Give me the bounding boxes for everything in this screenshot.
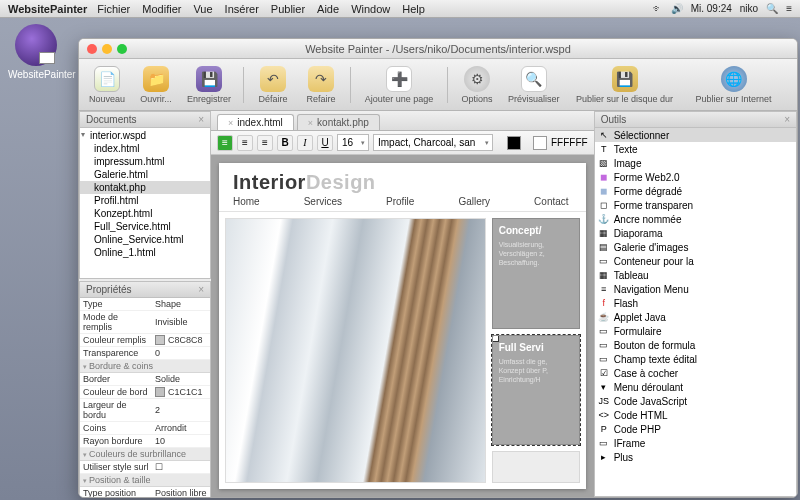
save-button[interactable]: 💾Enregistrer xyxy=(183,64,235,106)
tool-item[interactable]: ▧Image xyxy=(595,156,796,170)
site-logo[interactable]: InteriorDesign xyxy=(219,163,586,196)
menu-vue[interactable]: Vue xyxy=(193,3,212,15)
close-icon[interactable]: × xyxy=(784,114,790,125)
tool-item[interactable]: ↖Sélectionner xyxy=(595,128,796,142)
file-item[interactable]: Online_1.html xyxy=(80,246,210,259)
page-preview[interactable]: InteriorDesign Home Services Profile Gal… xyxy=(219,163,586,489)
file-item[interactable]: Online_Service.html xyxy=(80,233,210,246)
menu-window[interactable]: Window xyxy=(351,3,390,15)
close-icon[interactable]: × xyxy=(198,284,204,295)
nav-contact[interactable]: Contact xyxy=(534,196,568,207)
property-row[interactable]: Couleur remplisC8C8C8 xyxy=(80,334,210,347)
underline-button[interactable]: U xyxy=(317,135,333,151)
tool-item[interactable]: ◻Forme transparen xyxy=(595,198,796,212)
property-row[interactable]: Couleur de bordC1C1C1 xyxy=(80,386,210,399)
tab-kontakt[interactable]: ×kontakt.php xyxy=(297,114,380,130)
property-category[interactable]: Bordure & coins xyxy=(80,360,210,373)
close-button[interactable] xyxy=(87,44,97,54)
menu-fichier[interactable]: Fichier xyxy=(97,3,130,15)
page-canvas[interactable]: InteriorDesign Home Services Profile Gal… xyxy=(211,155,594,497)
nav-profile[interactable]: Profile xyxy=(386,196,414,207)
tool-item[interactable]: ⚓Ancre nommée xyxy=(595,212,796,226)
publish-disk-button[interactable]: 💾Publier sur le disque dur xyxy=(570,64,680,106)
site-nav[interactable]: Home Services Profile Gallery Contact xyxy=(219,196,586,212)
notification-icon[interactable]: ≡ xyxy=(786,3,792,14)
tool-item[interactable]: TTexte xyxy=(595,142,796,156)
menu-aide[interactable]: Aide xyxy=(317,3,339,15)
tool-item[interactable]: ▭Champ texte édital xyxy=(595,352,796,366)
close-tab-icon[interactable]: × xyxy=(308,118,313,128)
speaker-icon[interactable]: 🔊 xyxy=(671,3,683,14)
redo-button[interactable]: ↷Refaire xyxy=(300,64,342,106)
clock[interactable]: Mi. 09:24 xyxy=(691,3,732,14)
close-tab-icon[interactable]: × xyxy=(228,118,233,128)
tool-item[interactable]: ▭Bouton de formula xyxy=(595,338,796,352)
preview-button[interactable]: 🔍Prévisualiser xyxy=(504,64,564,106)
sidebar-card-concept[interactable]: Concept/Visualisierung, Verschlägen z, B… xyxy=(492,218,580,329)
property-category[interactable]: Position & taille xyxy=(80,474,210,487)
property-row[interactable]: TypeShape xyxy=(80,298,210,311)
tool-item[interactable]: ☑Case à cocher xyxy=(595,366,796,380)
property-category[interactable]: Couleurs de surbrillance xyxy=(80,448,210,461)
menu-help[interactable]: Help xyxy=(402,3,425,15)
menu-inserer[interactable]: Insérer xyxy=(225,3,259,15)
property-row[interactable]: Rayon bordure10 xyxy=(80,435,210,448)
hero-image[interactable] xyxy=(225,218,486,483)
project-root[interactable]: interior.wspd xyxy=(80,128,210,142)
text-color-swatch[interactable] xyxy=(507,136,521,150)
menu-modifier[interactable]: Modifier xyxy=(142,3,181,15)
file-item[interactable]: Profil.html xyxy=(80,194,210,207)
tool-item[interactable]: ▭IFrame xyxy=(595,436,796,450)
font-size-select[interactable]: 16 xyxy=(337,134,369,151)
property-row[interactable]: Utiliser style surl☐ xyxy=(80,461,210,474)
property-row[interactable]: Mode de remplisInvisible xyxy=(80,311,210,334)
add-page-button[interactable]: ➕Ajouter une page xyxy=(359,64,439,106)
file-item[interactable]: impressum.html xyxy=(80,155,210,168)
tool-item[interactable]: ▦Diaporama xyxy=(595,226,796,240)
file-item[interactable]: index.html xyxy=(80,142,210,155)
tool-item[interactable]: fFlash xyxy=(595,296,796,310)
new-button[interactable]: 📄Nouveau xyxy=(85,64,129,106)
align-center-button[interactable]: ≡ xyxy=(237,135,253,151)
nav-services[interactable]: Services xyxy=(304,196,342,207)
file-item[interactable]: Full_Service.html xyxy=(80,220,210,233)
spotlight-icon[interactable]: 🔍 xyxy=(766,3,778,14)
options-button[interactable]: ⚙Options xyxy=(456,64,498,106)
tool-item[interactable]: ☕Applet Java xyxy=(595,310,796,324)
menu-publier[interactable]: Publier xyxy=(271,3,305,15)
nav-home[interactable]: Home xyxy=(233,196,260,207)
file-item[interactable]: kontakt.php xyxy=(80,181,210,194)
tool-item[interactable]: <>Code HTML xyxy=(595,408,796,422)
tool-item[interactable]: ◼Forme Web2.0 xyxy=(595,170,796,184)
property-row[interactable]: Largeur de bordu2 xyxy=(80,399,210,422)
tool-item[interactable]: ▭Formulaire xyxy=(595,324,796,338)
file-item[interactable]: Galerie.html xyxy=(80,168,210,181)
tool-item[interactable]: PCode PHP xyxy=(595,422,796,436)
zoom-button[interactable] xyxy=(117,44,127,54)
close-icon[interactable]: × xyxy=(198,114,204,125)
property-row[interactable]: BorderSolide xyxy=(80,373,210,386)
user-menu[interactable]: niko xyxy=(740,3,758,14)
tab-index[interactable]: ×index.html xyxy=(217,114,294,130)
publish-web-button[interactable]: 🌐Publier sur Internet xyxy=(686,64,782,106)
properties-list[interactable]: TypeShapeMode de remplisInvisibleCouleur… xyxy=(80,298,210,497)
align-left-button[interactable]: ≡ xyxy=(217,135,233,151)
tool-item[interactable]: ▤Galerie d'images xyxy=(595,240,796,254)
tool-item[interactable]: ≡Navigation Menu xyxy=(595,282,796,296)
tool-item[interactable]: ◼Forme dégradé xyxy=(595,184,796,198)
tool-item[interactable]: ▦Tableau xyxy=(595,268,796,282)
font-family-select[interactable]: Impact, Charcoal, san xyxy=(373,134,493,151)
open-button[interactable]: 📁Ouvrir... xyxy=(135,64,177,106)
tool-item[interactable]: ▾Menu déroulant xyxy=(595,380,796,394)
italic-button[interactable]: I xyxy=(297,135,313,151)
property-row[interactable]: CoinsArrondit xyxy=(80,422,210,435)
property-row[interactable]: Transparence0 xyxy=(80,347,210,360)
sidebar-card-fullservice[interactable]: Full ServiUmfasst die ge, Konzept über P… xyxy=(492,335,580,446)
property-row[interactable]: Type positionPosition libre xyxy=(80,487,210,497)
documents-tree[interactable]: interior.wspd index.htmlimpressum.htmlGa… xyxy=(80,128,210,278)
undo-button[interactable]: ↶Défaire xyxy=(252,64,294,106)
desktop-app-icon[interactable]: WebsitePainter xyxy=(8,24,64,80)
minimize-button[interactable] xyxy=(102,44,112,54)
tool-item[interactable]: JSCode JavaScript xyxy=(595,394,796,408)
fill-color-swatch[interactable] xyxy=(533,136,547,150)
